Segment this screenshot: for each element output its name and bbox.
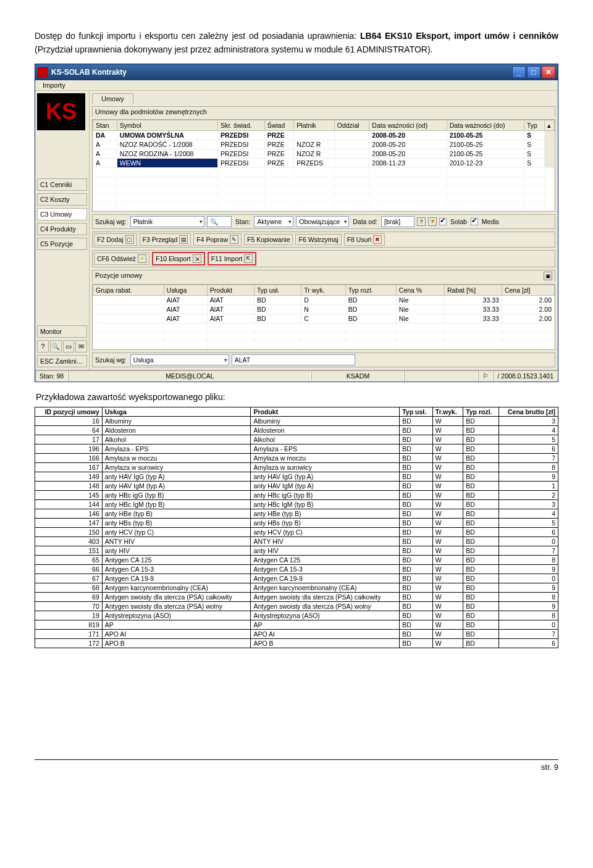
maximize-button[interactable]: □ [527, 66, 540, 78]
stan-label: Stan: [234, 218, 252, 225]
search-icon[interactable]: 🔍 [50, 340, 62, 353]
table-row[interactable]: AlATAlATBDCBDNie33.332.00 [93, 314, 555, 323]
col-header[interactable]: Skr. świad. [217, 120, 264, 131]
col-header[interactable]: Oddział [334, 120, 369, 131]
collapse-icon[interactable]: ▣ [544, 272, 552, 280]
f11-import-button[interactable]: F11 Import⇱ [208, 252, 257, 265]
solab-checkbox[interactable] [439, 218, 447, 225]
col-header[interactable]: Rabat [%] [444, 285, 502, 296]
umowy-grid[interactable]: StanSymbolSkr. świad.ŚwiadPłatnikOddział… [92, 119, 555, 212]
sidebar-item-pozycje[interactable]: C5 Pozycje [37, 238, 87, 250]
table-row [93, 323, 555, 332]
main-panel: Umowy Umowy dla podmiotów zewnętrznych S… [90, 91, 558, 370]
intro-pre: Dostęp do funkcji importu i eksportu cen… [35, 31, 360, 41]
table-row: 17AlkoholAlkoholBDWBD5 [35, 435, 558, 444]
table-row: 144anty HBc IgM (typ B)anty HBc IgM (typ… [35, 500, 558, 509]
stan-combo[interactable]: Aktywne [254, 216, 293, 227]
export-caption: Przykładowa zawartość wyeksportowanego p… [36, 392, 558, 402]
menu-importy[interactable]: Importy [39, 80, 69, 90]
sidebar-item-cenniki[interactable]: C1 Cenniki [37, 178, 87, 191]
sidebar: KS C1 Cenniki C2 Koszty C3 Umowy C4 Prod… [35, 91, 90, 370]
f2-dodaj-button[interactable]: F2 Dodaj▢ [94, 233, 137, 246]
tab-umowy[interactable]: Umowy [92, 93, 133, 104]
scroll-col[interactable]: ▴ [545, 120, 555, 131]
col-header[interactable]: Data ważności (do) [447, 120, 524, 131]
toolbar-2: CF6 Odśwież✳ F10 Eksport⇲ F11 Import⇱ [92, 250, 555, 267]
table-row: 151anty HIVanty HIVBDWBD7 [35, 546, 558, 556]
status-flag-icon[interactable]: ⚐ [478, 370, 493, 382]
esc-close-button[interactable]: ESC Zamknij ✕ [37, 355, 87, 367]
status-empty [404, 370, 478, 382]
f8-usun-button[interactable]: F8 Usuń✖ [344, 233, 385, 246]
close-button[interactable]: ✕ [542, 66, 555, 78]
dataod-label: Data od: [351, 218, 379, 225]
pozycje-grid[interactable]: Grupa rabat.UsługaProduktTyp usł.Tr wyk.… [92, 284, 555, 350]
card-icon[interactable]: ▭ [63, 340, 75, 353]
table-row: 69Antygen swoisty dla stercza (PSA) całk… [35, 593, 558, 602]
help-icon[interactable]: ? [37, 340, 49, 353]
table-row: 819APAPBDWBD0 [35, 620, 558, 630]
import-icon: ⇱ [244, 254, 253, 263]
table-row[interactable]: AlATAlATBDNBDNie33.332.00 [93, 305, 555, 314]
mail-icon[interactable]: ✉ [75, 340, 87, 353]
sidebar-monitor[interactable]: Monitor [37, 325, 87, 338]
obow-combo[interactable]: Obowiązujące [296, 216, 349, 227]
table-row: 149anty HAV IgG (typ A)anty HAV IgG (typ… [35, 472, 558, 482]
f6-wstrzymaj-button[interactable]: F6 Wstrzymaj [295, 234, 341, 245]
table-row[interactable]: DAUMOWA DOMYŚLNAPRZEDSIPRZE2008-05-20210… [93, 131, 555, 140]
refresh-icon: ✳ [138, 254, 146, 263]
sidebar-item-koszty[interactable]: C2 Koszty [37, 193, 87, 206]
f3-przeglad-button[interactable]: F3 Przegląd▤ [140, 233, 191, 246]
sidebar-item-umowy[interactable]: C3 Umowy [37, 208, 87, 220]
col-header[interactable]: Usługa [164, 285, 207, 296]
cf6-odswiez-button[interactable]: CF6 Odśwież✳ [94, 252, 149, 265]
table-row[interactable]: AlATAlATBDDBDNie33.332.00 [93, 296, 555, 305]
table-row: 67Antygen CA 19-9Antygen CA 19-9BDWBD0 [35, 574, 558, 583]
col-header[interactable]: Tr wyk. [301, 285, 346, 296]
sidebar-item-produkty[interactable]: C4 Produkty [37, 223, 87, 235]
search-text[interactable]: 🔍 [207, 216, 232, 227]
col-header[interactable]: Typ rozl. [345, 285, 396, 296]
table-row: 403ANTY HIVANTY HIVBDWBD0 [35, 537, 558, 546]
table-row[interactable]: ANZOZ RODZINA - 1/2008PRZEDSIPRZENZOZ R2… [93, 149, 555, 159]
intro-post: (Przydział uprawnienia dokonywany jest p… [35, 44, 433, 54]
table-row[interactable]: ANZOZ RADOŚĆ - 1/2008PRZEDSIPRZENZOZ R20… [93, 140, 555, 149]
panel-title-umowy: Umowy dla podmiotów zewnętrznych [92, 106, 555, 117]
logo: KS [37, 93, 85, 130]
table-row: 171APO AIAPO AIBDWBD7 [35, 630, 558, 639]
col-header[interactable]: Cena [zł] [502, 285, 554, 296]
table-row: 64AldosteronAldosteronBDWBD4 [35, 426, 558, 435]
col-header[interactable]: Cena % [396, 285, 444, 296]
dataod-input[interactable]: [brak] [381, 216, 414, 227]
table-row [93, 341, 555, 349]
col-header[interactable]: Produkt [207, 285, 254, 296]
table-row: 145anty HBc igG (typ B)anty HBc igG (typ… [35, 491, 558, 500]
col-header[interactable]: Świad [264, 120, 294, 131]
col-header: ID pozycji umowy [35, 407, 103, 417]
medis-checkbox[interactable] [471, 218, 478, 225]
search-by-combo[interactable]: Płatnik [130, 216, 204, 227]
f4-popraw-button[interactable]: F4 Popraw✎ [193, 233, 242, 246]
f5-kopiowanie-button[interactable]: F5 Kopiowanie [244, 234, 293, 245]
col-header[interactable]: Data ważności (od) [369, 120, 447, 131]
toolbar-1: F2 Dodaj▢ F3 Przegląd▤ F4 Popraw✎ F5 Kop… [92, 232, 555, 248]
col-header[interactable]: Grupa rabat. [93, 285, 164, 296]
search2-text[interactable]: ALAT [232, 354, 355, 365]
help-small-icon[interactable]: ? [417, 217, 426, 226]
filter-icon[interactable]: ⧩ [428, 217, 437, 226]
search2-by-combo[interactable]: Usługa [130, 354, 229, 365]
status-ksadm: KSADM [311, 370, 404, 382]
intro-text: Dostęp do funkcji importu i eksportu cen… [35, 30, 558, 56]
status-version: / 2008.0.1523.1401 [493, 370, 558, 382]
col-header[interactable]: Płatnik [294, 120, 334, 131]
app-window: KS-SOLAB Kontrakty _ □ ✕ Importy KS C1 C… [35, 64, 558, 382]
col-header[interactable]: Typ usł. [254, 285, 301, 296]
col-header: Cena brutto [zł] [498, 407, 558, 417]
table-row[interactable]: AWEWNPRZEDSIPRZEPRZEDS2008-11-232010-12-… [93, 159, 555, 168]
col-header[interactable]: Symbol [117, 120, 217, 131]
col-header[interactable]: Stan [93, 120, 117, 131]
minimize-button[interactable]: _ [512, 66, 526, 78]
col-header[interactable]: Typ [524, 120, 545, 131]
f10-eksport-button[interactable]: F10 Eksport⇲ [152, 252, 205, 265]
table-row: 146anty HBe (typ B)anty HBe (typ B)BDWBD… [35, 509, 558, 519]
